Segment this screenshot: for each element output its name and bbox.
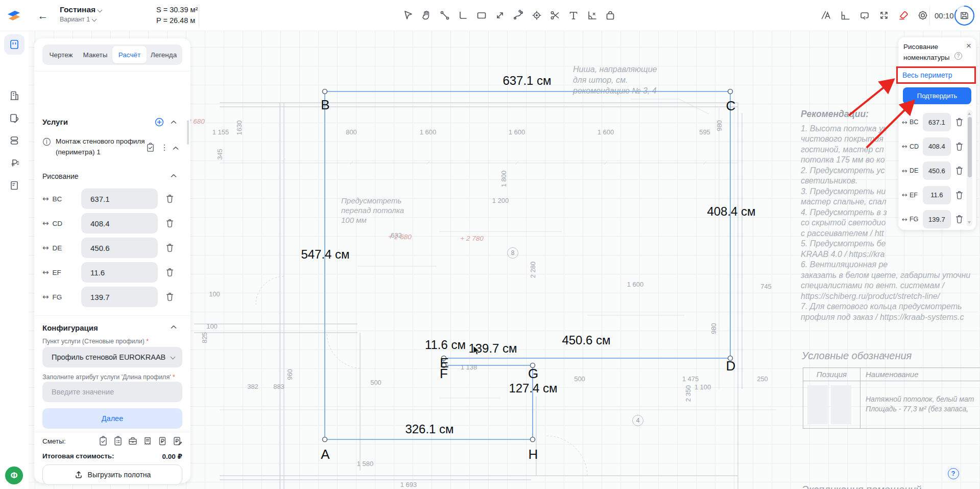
sidebar-item-plan[interactable] (4, 34, 25, 55)
spline-tool-icon[interactable] (512, 7, 525, 24)
help-circle-icon[interactable]: ? (954, 52, 962, 60)
canvas-vertex-letter: C (726, 98, 736, 114)
collapse-service-icon[interactable] (170, 143, 181, 154)
estimate-clipboard-check-icon[interactable] (98, 436, 108, 446)
scroll-down-icon[interactable] (968, 221, 971, 224)
polygon-vertex-handle[interactable] (323, 437, 327, 442)
nomenclature-input-DE[interactable]: 450.6 (923, 161, 951, 180)
dimension-input-DE[interactable]: 450.6 (81, 238, 158, 258)
corner-ruler-icon[interactable] (839, 7, 852, 24)
settings-gear-icon[interactable] (916, 7, 929, 24)
double-arrow-icon: ↔ (42, 219, 49, 228)
canvas-vertex-letter: H (529, 447, 538, 462)
back-button[interactable]: ← (36, 9, 50, 23)
basket-tool-icon[interactable] (604, 7, 617, 24)
flip-rotate-icon[interactable] (858, 7, 871, 24)
estimate-ruble-doc-icon[interactable] (157, 436, 168, 446)
delete-segment-icon[interactable] (165, 292, 175, 302)
pan-hand-tool-icon[interactable] (420, 7, 433, 24)
next-button[interactable]: Далее (42, 408, 182, 429)
collapse-configuration-icon[interactable] (168, 321, 179, 333)
blueprint-dimension-number: 800 (346, 128, 357, 136)
sidebar-item-layers[interactable] (4, 130, 25, 151)
estimate-receipt-icon[interactable] (142, 436, 153, 446)
blueprint-dimension-number: 1 155 (212, 128, 229, 136)
blueprint-callout-text: Ниша, направляющиедля штор, см.рекоменда… (573, 64, 657, 96)
sidebar-item-documents[interactable] (4, 175, 25, 196)
select-tool-icon[interactable] (401, 7, 415, 24)
sidebar-item-pricing[interactable] (4, 153, 25, 173)
text-tool-icon[interactable] (567, 7, 580, 24)
delete-segment-icon[interactable] (954, 142, 964, 152)
estimate-ruble-edit-icon[interactable] (172, 436, 182, 446)
service-point-select[interactable]: Профиль стеновой EUROKRAAB (42, 347, 182, 367)
delete-segment-icon[interactable] (165, 194, 175, 204)
nomenclature-input-BC[interactable]: 637.1 (923, 113, 951, 131)
measure-tool-icon[interactable] (493, 7, 507, 24)
estimate-clipboard-list-icon[interactable] (113, 436, 123, 446)
sidebar-item-objects[interactable] (4, 85, 25, 106)
nomenclature-scrollbar[interactable] (967, 110, 972, 226)
panel-tabs: Чертеж Макеты Расчёт Легенда (42, 44, 182, 65)
angle-tool-icon[interactable] (585, 7, 599, 24)
fullscreen-icon[interactable] (877, 7, 891, 24)
delete-segment-icon[interactable] (954, 117, 964, 127)
tab-raschet[interactable]: Расчёт (112, 46, 147, 63)
line-tool-icon[interactable] (438, 7, 451, 24)
delete-segment-icon[interactable] (165, 243, 175, 253)
help-button[interactable]: ? (945, 465, 961, 481)
service-menu-icon[interactable]: ⋮ (159, 142, 170, 153)
recommendation-line: KRAAB 4.0 / https://kra (801, 249, 980, 260)
dimension-input-CD[interactable]: 408.4 (81, 213, 158, 234)
delete-segment-icon[interactable] (954, 166, 964, 176)
whole-perimeter-link[interactable]: Весь периметр (902, 71, 952, 79)
collapse-drawing-icon[interactable] (168, 170, 179, 181)
service-clipboard-icon[interactable] (145, 142, 156, 153)
room-name-dropdown[interactable]: Гостиная (60, 5, 102, 14)
nomenclature-input-FG[interactable]: 139.7 (923, 210, 951, 228)
polygon-vertex-handle[interactable] (323, 89, 327, 94)
tab-legenda[interactable]: Легенда (147, 46, 181, 63)
scroll-thumb[interactable] (968, 117, 972, 177)
nomenclature-input-CD[interactable]: 408.4 (923, 137, 951, 156)
sidebar-item-materials[interactable] (4, 108, 25, 128)
delete-segment-icon[interactable] (165, 218, 175, 228)
save-button[interactable] (954, 5, 975, 26)
text-style-icon[interactable] (819, 7, 832, 24)
collapse-services-icon[interactable] (168, 117, 179, 128)
panel-scrollbar[interactable] (187, 120, 189, 145)
app-logo-icon[interactable] (6, 8, 22, 24)
nomenclature-input-EF[interactable]: 11.6 (923, 186, 951, 204)
rectangle-tool-icon[interactable] (475, 7, 488, 24)
polygon-vertex-handle[interactable] (728, 89, 733, 94)
polygon-vertex-handle[interactable] (531, 437, 535, 442)
add-service-icon[interactable] (154, 117, 165, 128)
eraser-icon[interactable] (897, 7, 910, 24)
canvas-vertex-letter: F (440, 366, 448, 382)
support-chat-button[interactable]: Ф (5, 467, 23, 484)
snap-target-tool-icon[interactable] (530, 7, 543, 24)
scroll-up-icon[interactable] (968, 112, 971, 115)
close-icon[interactable]: × (966, 41, 971, 51)
corner-tool-icon[interactable] (457, 7, 470, 24)
delete-segment-icon[interactable] (954, 214, 964, 224)
tab-chertezh[interactable]: Чертеж (44, 46, 78, 63)
scissors-tool-icon[interactable] (548, 7, 562, 24)
attribute-input[interactable]: Введите значение (42, 382, 182, 402)
blueprint-note-text: Предусмотретьперепад потолка100 мм (341, 196, 404, 225)
area-value: S = 30.39 м² (156, 5, 198, 15)
delete-segment-icon[interactable] (165, 267, 175, 277)
dimension-input-EF[interactable]: 11.6 (81, 262, 158, 283)
dimension-input-BC[interactable]: 637.1 (81, 189, 158, 209)
chevron-down-icon (92, 16, 97, 20)
nomenclature-row-FG: ↔FG139.7 (902, 209, 964, 229)
dimension-input-FG[interactable]: 139.7 (81, 287, 158, 307)
blueprint-dimension-number: 1 600 (597, 128, 614, 136)
confirm-button[interactable]: Подтвердить (903, 87, 971, 104)
tab-makety[interactable]: Макеты (78, 46, 112, 63)
estimate-briefcase-icon[interactable] (128, 436, 138, 446)
export-canvases-button[interactable]: Выгрузить полотна (42, 464, 182, 485)
delete-segment-icon[interactable] (954, 190, 964, 200)
blueprint-dimension-number: 1 800 (500, 171, 508, 188)
variant-dropdown[interactable]: Вариант 1 (60, 16, 102, 23)
